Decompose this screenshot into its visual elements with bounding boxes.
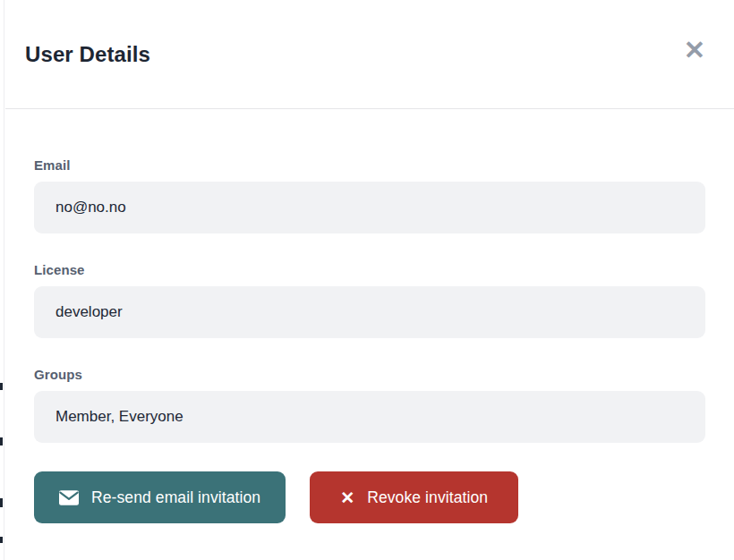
modal-body: Email License Groups Re-send email invit…: [5, 109, 734, 523]
underlying-page-fragment: [0, 383, 3, 390]
email-label: Email: [34, 157, 705, 173]
action-buttons-row: Re-send email invitation ✕ Revoke invita…: [34, 471, 705, 523]
revoke-invitation-button[interactable]: ✕ Revoke invitation: [310, 471, 518, 523]
license-field-group: License: [34, 262, 705, 338]
modal-header: User Details ✕: [5, 0, 734, 109]
groups-label: Groups: [34, 367, 705, 382]
close-icon[interactable]: ✕: [677, 32, 713, 68]
revoke-invitation-label: Revoke invitation: [367, 488, 488, 507]
underlying-page-fragment: [0, 537, 3, 543]
license-field[interactable]: [34, 286, 705, 338]
email-field[interactable]: [34, 182, 705, 233]
email-field-group: Email: [34, 157, 705, 233]
underlying-page-fragment: [0, 437, 3, 445]
page-title: User Details: [25, 42, 150, 67]
user-details-modal: User Details ✕ Email License Groups: [5, 0, 734, 560]
underlying-page-sliver: [0, 0, 4, 560]
license-label: License: [34, 262, 705, 277]
x-icon: ✕: [340, 489, 354, 506]
underlying-page-fragment: [0, 498, 3, 507]
resend-invitation-button[interactable]: Re-send email invitation: [34, 471, 286, 523]
resend-invitation-label: Re-send email invitation: [91, 488, 260, 507]
envelope-icon: [59, 490, 79, 505]
groups-field-group: Groups: [34, 367, 705, 443]
groups-field[interactable]: [34, 391, 705, 443]
